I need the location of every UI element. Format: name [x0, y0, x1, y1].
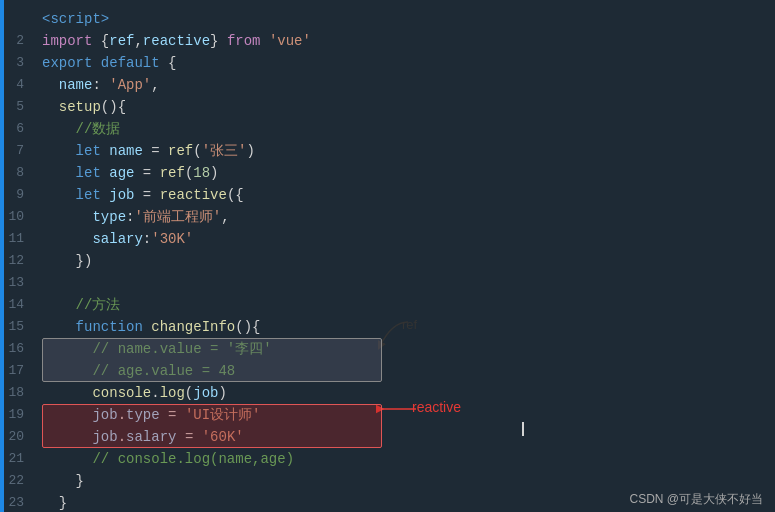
code-line-6: //数据: [42, 118, 767, 140]
text-cursor: [522, 418, 524, 440]
reactive-annotation: reactive: [412, 396, 461, 418]
code-line-11: salary:'30K': [42, 228, 767, 250]
code-line-20: job.salary = '60K': [42, 426, 767, 448]
code-line-2: import {ref,reactive} from 'vue': [42, 30, 767, 52]
code-line-12: }): [42, 250, 767, 272]
code-line-17: // age.value = 48: [42, 360, 767, 382]
code-line-13: [42, 272, 767, 294]
code-line-5: setup(){: [42, 96, 767, 118]
ref-arrow: [372, 318, 408, 352]
left-accent-bar: [0, 0, 4, 512]
code-line-8: let age = ref(18): [42, 162, 767, 184]
code-line-1: <script>: [42, 8, 767, 30]
code-line-14: //方法: [42, 294, 767, 316]
code-line-21: // console.log(name,age): [42, 448, 767, 470]
footer-attribution: CSDN @可是大侠不好当: [617, 487, 775, 512]
code-line-3: export default {: [42, 52, 767, 74]
code-line-10: type:'前端工程师',: [42, 206, 767, 228]
code-area[interactable]: <script> import {ref,reactive} from 'vue…: [32, 0, 775, 512]
editor-container: 2 3 4 5 6 7 8 9 10 11 12 13 14 15 16 17 …: [0, 0, 775, 512]
code-line-9: let job = reactive({: [42, 184, 767, 206]
line-numbers: 2 3 4 5 6 7 8 9 10 11 12 13 14 15 16 17 …: [0, 0, 32, 512]
code-line-4: name: 'App',: [42, 74, 767, 96]
reactive-arrow: [372, 398, 416, 420]
code-line-7: let name = ref('张三'): [42, 140, 767, 162]
